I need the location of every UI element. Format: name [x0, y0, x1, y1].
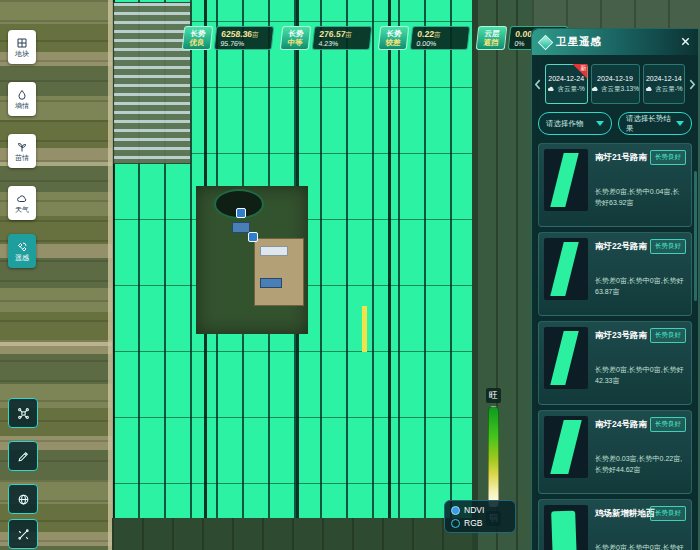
growth-status-badge: 长势良好	[650, 150, 686, 165]
growth-stats-bar: 长势优良 6258.36亩 95.76% 长势中等 276.57亩 4.23% …	[183, 26, 567, 50]
ndvi-radio-option[interactable]: NDVI	[451, 505, 509, 515]
seedling-icon	[16, 141, 28, 153]
stat-label: 云层遮挡	[476, 26, 508, 50]
radio-selected-icon	[451, 506, 460, 515]
stat-growth-good: 长势优良 6258.36亩 95.76%	[183, 26, 273, 50]
field-card[interactable]: 南圩22号路南 长势良好 长势差0亩,长势中0亩,长势好63.87亩	[538, 232, 692, 316]
growth-status-badge: 长势良好	[650, 506, 686, 521]
cloud-icon	[645, 85, 653, 93]
field-thumbnail	[544, 149, 588, 211]
close-icon[interactable]	[680, 36, 691, 47]
globe-tool-button[interactable]	[8, 484, 38, 514]
field-card-body: 南圩22号路南 长势良好 长势差0亩,长势中0亩,长势好63.87亩	[595, 238, 686, 310]
sidebar-item-seedling[interactable]: 苗情	[8, 134, 36, 168]
field-card[interactable]: 鸡场新增耕地西 长势良好 长势差0亩,长势中0亩,长势好11.6亩	[538, 499, 692, 550]
chevron-left-icon[interactable]	[534, 79, 542, 90]
field-thumbnail	[544, 238, 588, 300]
date-card[interactable]: 2024-12-14 含云量-%	[643, 64, 686, 104]
field-desc: 长势差0.03亩,长势中0.22亩,长势好44.62亩	[595, 453, 686, 475]
cloud-cover-label: 含云量-%	[645, 85, 682, 94]
sidebar-item-moisture[interactable]: 墒情	[8, 82, 36, 116]
rgb-radio-option[interactable]: RGB	[451, 518, 509, 528]
growth-status-badge: 长势良好	[650, 417, 686, 432]
chevron-right-icon[interactable]	[688, 79, 696, 90]
date-card[interactable]: 2024-12-19 含云量3.13%	[591, 64, 640, 104]
stat-value: 276.57亩 4.23%	[312, 26, 373, 50]
growth-status-badge: 长势良好	[650, 328, 686, 343]
field-card-body: 南圩24号路南 长势良好 长势差0.03亩,长势中0.22亩,长势好44.62亩	[595, 416, 686, 488]
measure-tool-button[interactable]	[8, 519, 38, 549]
date-carousel: 新 2024-12-24 含云量-% 2024-12-19 含云量3.13% 2…	[532, 55, 698, 110]
date-label: 2024-12-19	[597, 75, 633, 82]
field-desc: 长势差0亩,长势中0亩,长势好42.33亩	[595, 364, 686, 386]
sidebar-item-label: 苗情	[15, 154, 29, 161]
sidebar-item-label: 天气	[15, 206, 29, 213]
date-card[interactable]: 新 2024-12-24 含云量-%	[545, 64, 588, 104]
panel-header: 卫星遥感	[532, 29, 698, 55]
field-card[interactable]: 南圩24号路南 长势良好 长势差0.03亩,长势中0.22亩,长势好44.62亩	[538, 410, 692, 494]
legend-label-high: 旺	[486, 388, 501, 403]
ndvi-gradient-bar	[488, 406, 499, 508]
cloud-cover-label: 含云量3.13%	[591, 85, 639, 94]
chevron-down-icon	[676, 121, 684, 126]
field-desc: 长势差0亩,长势中0亩,长势好11.6亩	[595, 542, 686, 550]
stat-label: 长势优良	[182, 26, 214, 50]
sidebar-item-label: 遥感	[15, 254, 29, 261]
field-card-body: 鸡场新增耕地西 长势良好 长势差0亩,长势中0亩,长势好11.6亩	[595, 505, 686, 550]
growth-result-select[interactable]: 请选择长势结果	[618, 112, 692, 135]
drone-tool-button[interactable]	[8, 398, 38, 428]
crop-select-placeholder: 请选择作物	[546, 119, 584, 129]
diamond-icon	[538, 34, 554, 50]
building	[260, 246, 288, 256]
stat-value: 0.22亩 0.00%	[410, 26, 471, 50]
stat-growth-medium: 长势中等 276.57亩 4.23%	[281, 26, 371, 50]
field-edge	[112, 518, 472, 550]
field-thumbnail	[544, 505, 588, 550]
field-card[interactable]: 南圩23号路南 长势良好 长势差0亩,长势中0亩,长势好42.33亩	[538, 321, 692, 405]
field-card-body: 南圩21号路南 长势良好 长势差0亩,长势中0.04亩,长势好63.92亩	[595, 149, 686, 221]
stat-label: 长势较差	[378, 26, 410, 50]
panel-title: 卫星遥感	[556, 35, 602, 49]
crop-select[interactable]: 请选择作物	[538, 112, 612, 135]
cloud-icon	[547, 85, 555, 93]
stat-growth-poor: 长势较差 0.22亩 0.00%	[379, 26, 469, 50]
draw-tool-button[interactable]	[8, 441, 38, 471]
layer-toggle: NDVI RGB	[444, 500, 516, 533]
water-drop-icon	[16, 89, 28, 101]
rgb-option-label: RGB	[464, 518, 482, 528]
greenhouse-area	[113, 2, 191, 164]
satellite-panel: 卫星遥感 新 2024-12-24 含云量-% 2024-12-19 含云量3.…	[531, 28, 699, 550]
globe-icon	[17, 493, 30, 506]
plot-grid-icon	[16, 37, 28, 49]
stat-label: 长势中等	[280, 26, 312, 50]
filter-row: 请选择作物 请选择长势结果	[532, 110, 698, 143]
sidebar-item-remote-sensing[interactable]: 遥感	[8, 234, 36, 268]
map-road	[0, 342, 112, 346]
measure-icon	[17, 528, 30, 541]
panel-scrollbar[interactable]	[694, 171, 697, 301]
map-pin[interactable]	[248, 232, 258, 242]
chevron-down-icon	[596, 121, 604, 126]
building	[232, 222, 250, 233]
map-pin[interactable]	[236, 208, 246, 218]
date-label: 2024-12-14	[646, 75, 682, 82]
building	[260, 278, 282, 288]
satellite-icon	[16, 241, 28, 253]
drone-icon	[17, 407, 30, 420]
ndvi-option-label: NDVI	[464, 505, 484, 515]
sidebar-item-label: 墒情	[15, 102, 29, 109]
field-desc: 长势差0亩,长势中0亩,长势好63.87亩	[595, 275, 686, 297]
pencil-icon	[17, 450, 30, 463]
field-thumbnail	[544, 416, 588, 478]
cloud-icon	[16, 193, 28, 205]
farm-compound	[196, 186, 308, 334]
field-card-body: 南圩23号路南 长势良好 长势差0亩,长势中0亩,长势好42.33亩	[595, 327, 686, 399]
growth-select-placeholder: 请选择长势结果	[626, 114, 676, 134]
field-list: 南圩21号路南 长势良好 长势差0亩,长势中0.04亩,长势好63.92亩 南圩…	[532, 143, 698, 550]
stressed-crop-strip	[362, 306, 367, 352]
radio-unselected-icon	[451, 519, 460, 528]
sidebar-item-weather[interactable]: 天气	[8, 186, 36, 220]
tree-belt	[472, 0, 538, 550]
sidebar-item-plots[interactable]: 地块	[8, 30, 36, 64]
field-card[interactable]: 南圩21号路南 长势良好 长势差0亩,长势中0.04亩,长势好63.92亩	[538, 143, 692, 227]
